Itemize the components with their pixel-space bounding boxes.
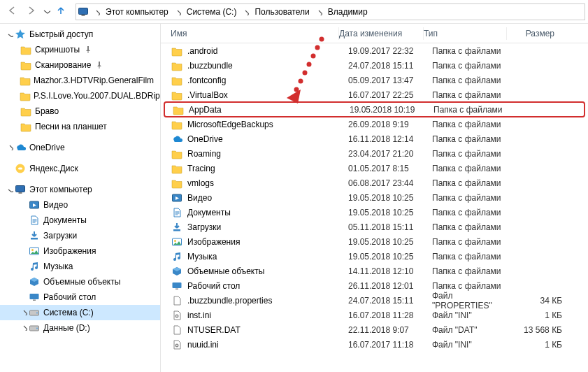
sidebar-item-label: Сканирование [35, 60, 91, 70]
file-name: Видео [187, 193, 348, 203]
file-type: Файл "DAT" [432, 325, 515, 335]
chevron-right-icon[interactable] [314, 8, 324, 15]
column-header-type[interactable]: Тип [424, 29, 506, 38]
sidebar-item-pc-entry[interactable]: Изображения [0, 243, 160, 259]
file-date: 19.05.2018 10:25 [348, 252, 432, 262]
file-row[interactable]: Рабочий стол 26.11.2018 12:01 Папка с фа… [161, 278, 588, 293]
sidebar-item-pc-entry[interactable]: Объемные объекты [0, 274, 160, 289]
file-row[interactable]: Видео 19.05.2018 10:25 Папка с файлами [161, 190, 588, 205]
nav-up-button[interactable] [52, 3, 70, 21]
nav-forward-button[interactable] [22, 3, 41, 21]
nav-back-button[interactable] [3, 3, 21, 21]
chevron-right-icon[interactable] [241, 8, 250, 15]
nav-history-dropdown[interactable] [42, 3, 50, 21]
pictures-icon [171, 236, 183, 248]
sidebar-item-quick-access[interactable]: Быстрый доступ [0, 27, 160, 42]
file-list-pane: Имя Дата изменения Тип Размер .android 1… [161, 24, 588, 372]
file-date: 16.07.2018 11:28 [348, 310, 432, 320]
chevron-down-icon[interactable] [6, 30, 14, 38]
file-row[interactable]: NTUSER.DAT 22.11.2018 9:07 Файл "DAT" 13… [161, 322, 588, 337]
folder-icon [20, 120, 32, 133]
file-row[interactable]: Roaming 23.04.2017 21:20 Папка с файлами [161, 146, 588, 161]
file-row[interactable]: .android 19.09.2017 22:32 Папка с файлам… [161, 43, 588, 58]
sidebar-item-label: Браво [35, 106, 59, 116]
file-row[interactable]: .VirtualBox 16.07.2017 22:25 Папка с фай… [161, 87, 588, 102]
sidebar-item-pc-entry[interactable]: Видео [0, 197, 160, 213]
sidebar-item-quick-access-entry[interactable]: P.S.I.Love.You.2007.DUAL.BDRip [0, 88, 160, 103]
file-date: 26.11.2018 12:01 [348, 281, 432, 291]
folder-icon [171, 162, 183, 175]
file-row[interactable]: Tracing 01.05.2017 8:15 Папка с файлами [161, 161, 588, 176]
sidebar-item-pc-entry[interactable]: Система (C:) [0, 305, 160, 320]
file-type: Папка с файлами [432, 178, 515, 188]
sidebar-item-this-pc[interactable]: Этот компьютер [0, 182, 160, 197]
file-name: Документы [187, 208, 348, 217]
file-name: .fontconfig [187, 76, 348, 85]
sidebar-item-label: Этот компьютер [29, 185, 92, 194]
file-name: OneDrive [187, 134, 348, 144]
drive-icon [28, 306, 41, 319]
file-name: Изображения [187, 237, 348, 247]
arrow-right-icon [26, 5, 37, 18]
folder-icon [20, 59, 32, 71]
file-row[interactable]: .buzzbundle 24.07.2018 15:11 Папка с фай… [161, 58, 588, 73]
sidebar-item-pc-entry[interactable]: Загрузки [0, 228, 160, 243]
sidebar-item-quick-access-entry[interactable]: Песни на планшет [0, 119, 160, 134]
sidebar-item-label: Изображения [43, 246, 96, 256]
file-date: 14.11.2018 12:10 [348, 266, 432, 276]
file-date: 05.09.2017 13:47 [348, 76, 432, 85]
chevron-right-icon[interactable] [20, 324, 28, 332]
sidebar-item-pc-entry[interactable]: Данные (D:) [0, 320, 160, 336]
file-row[interactable]: .buzzbundle.properties 24.07.2018 15:11 … [161, 293, 588, 308]
sidebar-item-quick-access-entry[interactable]: Скриншоты [0, 42, 160, 57]
file-row[interactable]: inst.ini 16.07.2018 11:28 Файл "INI" 1 К… [161, 308, 588, 322]
file-date: 06.08.2017 23:44 [348, 178, 432, 188]
file-row[interactable]: Музыка 19.05.2018 10:25 Папка с файлами [161, 249, 588, 264]
breadcrumb[interactable]: Этот компьютер Система (C:) Пользователи… [76, 3, 585, 20]
chevron-right-icon[interactable] [6, 143, 14, 152]
column-label: Имя [171, 29, 187, 38]
file-row[interactable]: Загрузки 05.11.2018 15:11 Папка с файлам… [161, 220, 588, 234]
sidebar-item-quick-access-entry[interactable]: Сканирование [0, 57, 160, 73]
file-date: 24.07.2018 15:11 [348, 61, 432, 71]
file-row[interactable]: nuuid.ini 16.07.2017 11:18 Файл "INI" 1 … [161, 337, 588, 352]
file-date: 26.09.2018 9:19 [348, 120, 432, 129]
file-row[interactable]: AppData 19.05.2018 10:19 Папка с файлами [164, 101, 585, 117]
file-row[interactable]: .fontconfig 05.09.2017 13:47 Папка с фай… [161, 73, 588, 87]
monitor-icon [78, 6, 89, 17]
arrow-up-icon [55, 5, 66, 18]
file-row[interactable]: Документы 19.05.2018 10:25 Папка с файла… [161, 205, 588, 220]
breadcrumb-label: Система (C:) [187, 7, 237, 17]
breadcrumb-segment[interactable]: Система (C:) [182, 4, 241, 20]
column-header-size[interactable]: Размер [507, 29, 563, 38]
file-row[interactable]: Изображения 19.05.2018 10:25 Папка с фай… [161, 234, 588, 249]
file-type: Папка с файлами [432, 208, 515, 217]
breadcrumb-segment[interactable]: Владимир [324, 4, 372, 20]
breadcrumb-segment[interactable]: Этот компьютер [101, 4, 173, 20]
file-row[interactable]: Объемные объекты 14.11.2018 12:10 Папка … [161, 264, 588, 278]
sidebar-item-label: P.S.I.Love.You.2007.DUAL.BDRip [34, 91, 160, 101]
sidebar-item-quick-access-entry[interactable]: Браво [0, 103, 160, 119]
column-header-date[interactable]: Дата изменения [339, 29, 423, 38]
file-row[interactable]: vmlogs 06.08.2017 23:44 Папка с файлами [161, 176, 588, 190]
sidebar-item-pc-entry[interactable]: Документы [0, 213, 160, 228]
chevron-right-icon[interactable] [20, 308, 28, 317]
sidebar-item-quick-access-entry[interactable]: Mazhor.3.HDTVRip.GeneralFilm [0, 73, 160, 88]
file-type: Папка с файлами [432, 222, 515, 232]
file-type: Папка с файлами [432, 46, 515, 56]
chevron-down-icon[interactable] [6, 185, 14, 194]
file-type: Папка с файлами [433, 105, 516, 115]
file-row[interactable]: OneDrive 16.11.2018 12:14 Папка с файлам… [161, 131, 588, 146]
folder-icon [171, 59, 183, 72]
chevron-right-icon[interactable] [173, 8, 182, 15]
sidebar-item-pc-entry[interactable]: Рабочий стол [0, 289, 160, 305]
sidebar-item-pc-entry[interactable]: Музыка [0, 259, 160, 274]
sidebar-item-onedrive[interactable]: OneDrive [0, 140, 160, 155]
file-row[interactable]: MicrosoftEdgeBackups 26.09.2018 9:19 Пап… [161, 117, 588, 131]
sidebar-item-yandex-disk[interactable]: Яндекс.Диск [0, 161, 160, 176]
breadcrumb-segment[interactable]: Пользователи [250, 4, 313, 20]
chevron-right-icon[interactable] [92, 8, 101, 15]
column-header-name[interactable]: Имя [161, 29, 338, 38]
drive-icon [28, 322, 41, 334]
address-bar: Этот компьютер Система (C:) Пользователи… [0, 0, 588, 24]
